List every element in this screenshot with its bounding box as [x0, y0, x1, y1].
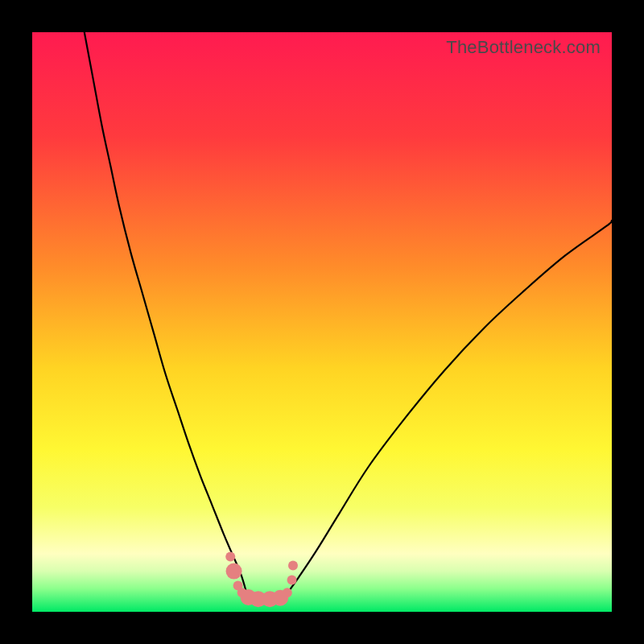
left-branch-curve	[85, 32, 247, 593]
valley-dot	[287, 575, 297, 584]
right-branch-curve	[287, 221, 612, 593]
chart-frame: TheBottleneck.com	[0, 0, 644, 644]
plot-area: TheBottleneck.com	[32, 32, 612, 612]
valley-dot	[225, 552, 235, 562]
valley-dot	[283, 588, 292, 597]
valley-dot	[226, 564, 242, 580]
valley-dot	[288, 560, 298, 570]
curves-layer	[32, 32, 612, 612]
